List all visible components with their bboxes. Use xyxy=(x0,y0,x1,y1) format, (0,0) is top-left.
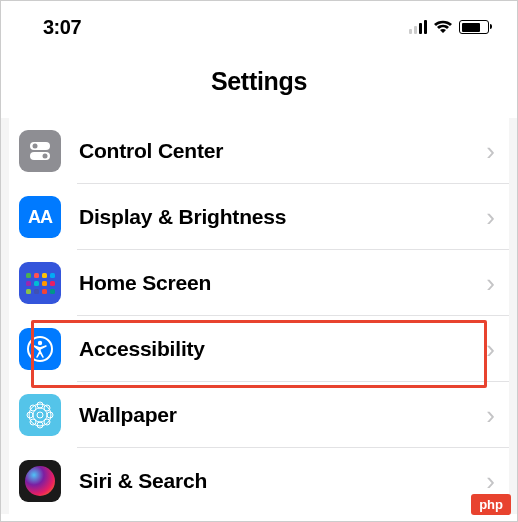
svg-point-8 xyxy=(37,412,43,418)
row-label: Control Center xyxy=(79,139,486,163)
chevron-right-icon: › xyxy=(486,202,495,233)
chevron-right-icon: › xyxy=(486,334,495,365)
svg-point-11 xyxy=(27,412,33,418)
row-label: Home Screen xyxy=(79,271,486,295)
svg-point-9 xyxy=(37,402,43,408)
svg-point-6 xyxy=(29,404,51,426)
chevron-right-icon: › xyxy=(486,268,495,299)
row-label: Accessibility xyxy=(79,337,486,361)
row-label: Wallpaper xyxy=(79,403,486,427)
svg-point-12 xyxy=(47,412,53,418)
svg-point-10 xyxy=(37,422,43,428)
status-time: 3:07 xyxy=(43,16,81,39)
siri-icon xyxy=(19,460,61,502)
svg-point-1 xyxy=(33,144,38,149)
control-center-icon xyxy=(19,130,61,172)
page-title: Settings xyxy=(1,67,517,96)
battery-icon xyxy=(459,20,489,34)
row-display-brightness[interactable]: AA Display & Brightness › xyxy=(9,184,509,250)
svg-point-5 xyxy=(38,341,42,345)
status-icons xyxy=(409,20,489,34)
status-bar: 3:07 xyxy=(1,1,517,49)
header: Settings xyxy=(1,49,517,118)
chevron-right-icon: › xyxy=(486,136,495,167)
settings-list: Control Center › AA Display & Brightness… xyxy=(9,118,509,514)
watermark-badge: php xyxy=(471,494,511,515)
row-wallpaper[interactable]: Wallpaper › xyxy=(9,382,509,448)
row-control-center[interactable]: Control Center › xyxy=(9,118,509,184)
row-home-screen[interactable]: Home Screen › xyxy=(9,250,509,316)
display-brightness-icon: AA xyxy=(19,196,61,238)
row-siri-search[interactable]: Siri & Search › xyxy=(9,448,509,514)
row-label: Display & Brightness xyxy=(79,205,486,229)
accessibility-icon xyxy=(19,328,61,370)
chevron-right-icon: › xyxy=(486,466,495,497)
home-screen-icon xyxy=(19,262,61,304)
svg-point-3 xyxy=(43,154,48,159)
row-accessibility[interactable]: Accessibility › xyxy=(9,316,509,382)
chevron-right-icon: › xyxy=(486,400,495,431)
cellular-signal-icon xyxy=(409,20,427,34)
wifi-icon xyxy=(433,20,453,34)
settings-list-container: Control Center › AA Display & Brightness… xyxy=(1,118,517,514)
wallpaper-icon xyxy=(19,394,61,436)
row-label: Siri & Search xyxy=(79,469,486,493)
